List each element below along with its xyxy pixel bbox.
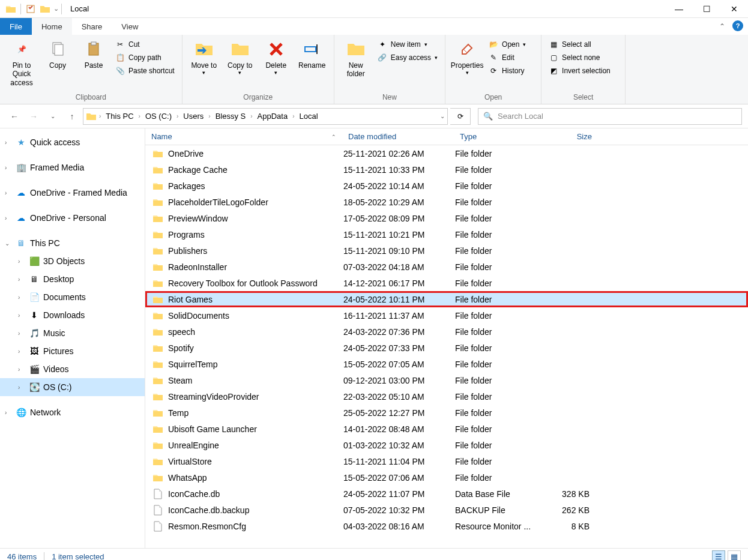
selectall-button[interactable]: ▦Select all xyxy=(546,38,613,50)
nav-item[interactable]: ›⬇Downloads xyxy=(0,306,145,324)
breadcrumb-item[interactable]: This PC xyxy=(103,112,136,121)
pasteshortcut-button[interactable]: 📎Paste shortcut xyxy=(113,65,177,77)
nav-this-pc[interactable]: ⌄🖥This PC xyxy=(0,234,145,252)
table-row[interactable]: Temp25-05-2022 12:27 PMFile folder xyxy=(145,405,748,421)
table-row[interactable]: VirtualStore15-11-2021 11:04 PMFile fold… xyxy=(145,453,748,469)
breadcrumb-item[interactable]: AppData xyxy=(255,112,291,121)
close-button[interactable]: ✕ xyxy=(720,0,748,18)
nav-network[interactable]: ›🌐Network xyxy=(0,403,145,421)
properties-button[interactable]: Properties▾ xyxy=(450,37,484,79)
table-row[interactable]: Steam09-12-2021 03:00 PMFile folder xyxy=(145,372,748,388)
help-icon[interactable]: ? xyxy=(732,20,743,31)
navigation-pane[interactable]: ›★Quick access ›🏢Framed Media ›☁OneDrive… xyxy=(0,128,145,548)
header-type[interactable]: Type xyxy=(454,132,544,141)
recent-locations-button[interactable]: ⌄ xyxy=(44,108,61,125)
table-row[interactable]: Ubisoft Game Launcher14-01-2022 08:48 AM… xyxy=(145,421,748,437)
thumbnails-view-button[interactable]: ▦ xyxy=(728,550,741,561)
breadcrumb-item[interactable]: Users xyxy=(181,112,206,121)
table-row[interactable]: Packages24-05-2022 10:14 AMFile folder xyxy=(145,178,748,194)
status-selected: 1 item selected xyxy=(52,552,104,560)
rename-button[interactable]: Rename xyxy=(295,37,329,72)
cut-button[interactable]: ✂Cut xyxy=(113,38,177,50)
collapse-ribbon-icon[interactable]: ⌃ xyxy=(714,18,730,35)
nav-item[interactable]: ›🖼Pictures xyxy=(0,342,145,360)
header-date[interactable]: Date modified xyxy=(342,132,454,141)
open-button[interactable]: 📂Open ▾ xyxy=(486,38,528,50)
nav-child-icon: 🟩 xyxy=(29,256,40,266)
qat-properties-icon[interactable] xyxy=(25,4,36,14)
table-row[interactable]: Publishers15-11-2021 09:10 PMFile folder xyxy=(145,242,748,259)
forward-button[interactable]: → xyxy=(25,108,42,125)
breadcrumb-item[interactable]: Local xyxy=(297,112,320,121)
breadcrumb-dropdown-icon[interactable]: ⌄ xyxy=(440,113,445,119)
nav-item[interactable]: ›💽OS (C:) xyxy=(0,378,145,396)
nav-framed-media[interactable]: ›🏢Framed Media xyxy=(0,158,145,176)
copyto-button[interactable]: Copy to▾ xyxy=(223,37,257,79)
header-name[interactable]: Name⌃ xyxy=(145,132,342,141)
qat-chevron-icon[interactable]: ⌄ xyxy=(53,5,59,13)
table-row[interactable]: PlaceholderTileLogoFolder18-05-2022 10:2… xyxy=(145,194,748,210)
nav-onedrive-framed[interactable]: ›☁OneDrive - Framed Media xyxy=(0,184,145,202)
table-row[interactable]: Resmon.ResmonCfg04-03-2022 08:16 AMResou… xyxy=(145,518,748,534)
breadcrumb[interactable]: › This PC› OS (C:)› Users› Blessy S› App… xyxy=(83,108,448,125)
table-row[interactable]: SolidDocuments16-11-2021 11:37 AMFile fo… xyxy=(145,307,748,324)
edit-button[interactable]: ✎Edit xyxy=(486,52,528,64)
table-row[interactable]: RadeonInstaller07-03-2022 04:18 AMFile f… xyxy=(145,259,748,275)
table-row[interactable]: OneDrive25-11-2021 02:26 AMFile folder xyxy=(145,145,748,161)
invert-button[interactable]: ◩Invert selection xyxy=(546,65,613,77)
search-box[interactable]: 🔍 Search Local xyxy=(478,108,742,125)
table-row[interactable]: WhatsApp15-05-2022 07:06 AMFile folder xyxy=(145,469,748,486)
file-icon xyxy=(152,521,163,532)
tab-file[interactable]: File xyxy=(0,18,32,35)
delete-button[interactable]: Delete▾ xyxy=(259,37,293,79)
folder-icon xyxy=(152,456,163,467)
table-row[interactable]: IconCache.db.backup07-05-2022 10:32 PMBA… xyxy=(145,502,748,518)
tab-view[interactable]: View xyxy=(112,18,148,35)
table-row[interactable]: Package Cache15-11-2021 10:33 PMFile fol… xyxy=(145,161,748,178)
newitem-button[interactable]: ✦New item ▾ xyxy=(375,38,440,50)
table-row[interactable]: PreviewWindow17-05-2022 08:09 PMFile fol… xyxy=(145,210,748,226)
moveto-button[interactable]: Move to▾ xyxy=(187,37,221,79)
table-row[interactable]: speech24-03-2022 07:36 PMFile folder xyxy=(145,324,748,340)
refresh-button[interactable]: ⟳ xyxy=(450,108,471,125)
table-row[interactable]: IconCache.db24-05-2022 11:07 PMData Base… xyxy=(145,486,748,502)
easyaccess-button[interactable]: 🔗Easy access ▾ xyxy=(375,52,440,64)
row-date: 22-03-2022 05:10 AM xyxy=(342,392,454,402)
copypath-button[interactable]: 📋Copy path xyxy=(113,52,177,64)
table-row[interactable]: Programs15-11-2021 10:21 PMFile folder xyxy=(145,226,748,242)
properties-icon xyxy=(457,40,477,59)
minimize-button[interactable]: — xyxy=(665,0,693,18)
star-icon: ★ xyxy=(16,137,26,148)
history-button[interactable]: ⟳History xyxy=(486,65,528,77)
maximize-button[interactable]: ☐ xyxy=(693,0,720,18)
back-button[interactable]: ← xyxy=(6,108,23,125)
breadcrumb-item[interactable]: Blessy S xyxy=(213,112,249,121)
file-list[interactable]: Name⌃ Date modified Type Size OneDrive25… xyxy=(145,128,748,548)
pin-quickaccess-button[interactable]: 📌Pin to Quick access xyxy=(5,37,38,89)
table-row[interactable]: Riot Games24-05-2022 10:11 PMFile folder xyxy=(145,291,748,307)
details-view-button[interactable]: ☰ xyxy=(712,550,725,561)
newfolder-button[interactable]: New folder xyxy=(339,37,373,81)
up-button[interactable]: ↑ xyxy=(64,108,80,125)
nav-item[interactable]: ›🟩3D Objects xyxy=(0,252,145,270)
nav-item[interactable]: ›🖥Desktop xyxy=(0,270,145,288)
paste-button[interactable]: Paste xyxy=(77,37,110,72)
nav-quick-access[interactable]: ›★Quick access xyxy=(0,133,145,151)
selectnone-button[interactable]: ▢Select none xyxy=(546,52,613,64)
breadcrumb-item[interactable]: OS (C:) xyxy=(143,112,174,121)
tab-share[interactable]: Share xyxy=(72,18,112,35)
header-size[interactable]: Size xyxy=(544,132,598,141)
table-row[interactable]: SquirrelTemp15-05-2022 07:05 AMFile fold… xyxy=(145,356,748,372)
table-row[interactable]: UnrealEngine01-03-2022 10:32 AMFile fold… xyxy=(145,437,748,453)
table-row[interactable]: StreamingVideoProvider22-03-2022 05:10 A… xyxy=(145,388,748,405)
nav-item[interactable]: ›🎵Music xyxy=(0,324,145,342)
qat-folder-icon[interactable] xyxy=(40,4,50,14)
nav-item[interactable]: ›🎬Videos xyxy=(0,360,145,378)
nav-item[interactable]: ›📄Documents xyxy=(0,288,145,306)
tab-home[interactable]: Home xyxy=(32,18,72,35)
easyaccess-icon: 🔗 xyxy=(378,53,387,62)
copy-button[interactable]: Copy xyxy=(41,37,74,72)
nav-onedrive-personal[interactable]: ›☁OneDrive - Personal xyxy=(0,209,145,227)
table-row[interactable]: Recovery Toolbox for Outlook Password14-… xyxy=(145,275,748,291)
table-row[interactable]: Spotify24-05-2022 07:33 PMFile folder xyxy=(145,340,748,356)
